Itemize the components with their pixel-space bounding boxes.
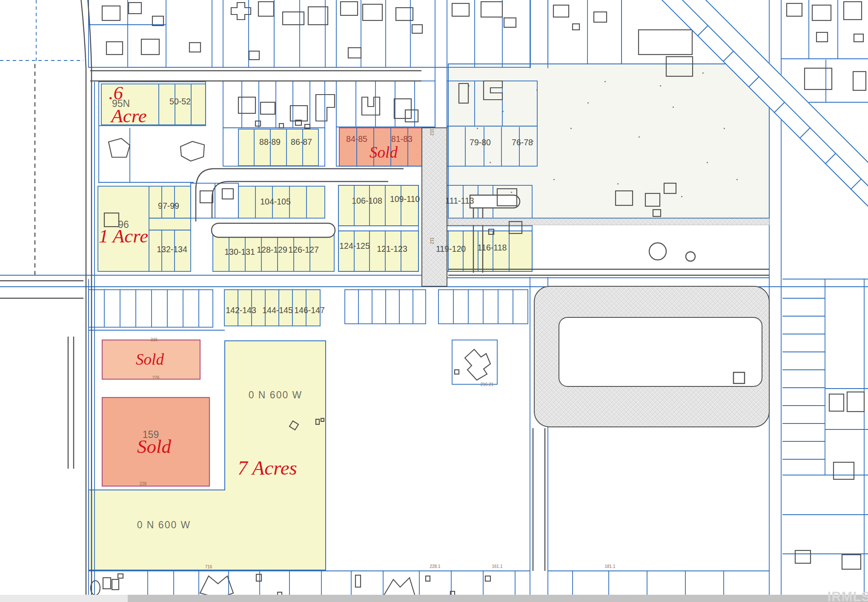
watermark: IRMLS xyxy=(828,589,868,602)
parcel-point6-acre-block[interactable] xyxy=(101,84,206,125)
lot-label-116-118: 116-118 xyxy=(478,243,507,252)
parcel-layer xyxy=(0,0,868,602)
lot-label-124-125: 124-125 xyxy=(339,241,370,250)
lot-label-146-147: 146-147 xyxy=(294,305,325,314)
lot-label-144-145: 144-145 xyxy=(262,305,293,314)
parcel-lots-124-121-strip[interactable] xyxy=(338,231,418,271)
lot-linework xyxy=(0,0,868,602)
parcel-lots-119-116-strip[interactable] xyxy=(433,231,532,271)
parcel-lots-79-76-strip[interactable] xyxy=(447,127,537,166)
street-label-0n600w-lower: 0 N 600 W xyxy=(137,520,191,530)
parcel-number-96: 96 xyxy=(118,220,129,230)
base-map-linework xyxy=(0,0,868,602)
dim-label-181-1: 181.1 xyxy=(604,565,615,569)
dim-label-226: 226 xyxy=(152,376,160,380)
acreage-label-1acre: 1 Acre xyxy=(99,225,148,247)
dim-label-216-21: 216.21 xyxy=(481,383,494,387)
acreage-label-point6: .6 xyxy=(109,82,123,104)
dim-label-716: 716 xyxy=(205,565,212,569)
parcel-number-95n: 95N xyxy=(112,99,130,109)
lot-label-126-127: 126-127 xyxy=(288,245,319,254)
parcel-seven-acre-parcel[interactable] xyxy=(89,341,326,570)
open-field xyxy=(448,64,769,218)
dim-label-112-b: 112 xyxy=(430,237,434,244)
lot-label-128-129: 128-129 xyxy=(257,245,287,254)
parcel-one-acre-block[interactable] xyxy=(98,186,191,271)
lot-label-130-131: 130-131 xyxy=(224,247,255,256)
parcel-sold-strip-84-81[interactable] xyxy=(339,128,427,166)
lot-label-86-87: 86-87 xyxy=(291,137,312,146)
sold-label-strip: Sold xyxy=(370,143,398,161)
lot-label-121-123: 121-123 xyxy=(377,244,407,253)
street-label-0n600w-upper: 0 N 600 W xyxy=(249,390,303,400)
parcel-lots-111-113-strip[interactable] xyxy=(433,185,493,226)
parcel-sold-parcel-159[interactable] xyxy=(102,397,209,486)
sold-label-159: Sold xyxy=(137,435,171,458)
lot-label-97-99: 97-99 xyxy=(158,201,179,210)
dim-label-161-1: 161.1 xyxy=(492,565,502,569)
lot-label-76-78: 76-78 xyxy=(512,138,533,147)
acreage-label-acre: Acre xyxy=(111,105,146,127)
lot-label-132-134: 132-134 xyxy=(157,245,187,253)
scrollbar-thumb[interactable]: IRMLS xyxy=(128,595,868,602)
diagonal-road xyxy=(658,0,868,210)
hatched-areas xyxy=(422,128,769,427)
lot-label-111-113: 111-113 xyxy=(445,196,474,205)
lot-label-81-83: 81-83 xyxy=(391,134,413,143)
lot-label-142-143: 142-143 xyxy=(226,305,256,314)
parcel-sold-parcel-upper[interactable] xyxy=(102,340,200,379)
parcel-lots-142-147-strip[interactable] xyxy=(224,290,320,326)
parcel-lots-106-110-strip[interactable] xyxy=(338,185,418,226)
horizontal-scrollbar[interactable]: IRMLS xyxy=(0,595,868,602)
plat-map-viewport[interactable]: .6Acre95N50-5288-8986-8784-8581-83Sold79… xyxy=(0,0,868,602)
dim-label-336: 336 xyxy=(151,338,158,342)
lot-label-88-89: 88-89 xyxy=(259,137,281,146)
lot-label-84-85: 84-85 xyxy=(346,134,367,143)
lot-label-79-80: 79-80 xyxy=(470,138,491,147)
parcel-number-159: 159 xyxy=(143,430,159,440)
lot-label-109-110: 109-110 xyxy=(390,194,420,203)
lot-label-106-108: 106-108 xyxy=(352,196,382,205)
sold-label-upper: Sold xyxy=(136,350,164,369)
parcel-lots-130-126-strip[interactable] xyxy=(213,230,334,271)
dim-label-228: 228 xyxy=(140,482,147,486)
lot-label-119-120: 119-120 xyxy=(436,244,466,253)
label-layer: .6Acre95N50-5288-8986-8784-8581-83Sold79… xyxy=(0,0,868,602)
building-footprints xyxy=(91,2,866,598)
road-linework xyxy=(0,0,769,602)
parcel-lots-104-105-strip[interactable] xyxy=(238,186,325,218)
dim-label-112-a: 112 xyxy=(430,129,434,135)
lot-label-104-105: 104-105 xyxy=(260,197,291,206)
lot-label-50-52: 50-52 xyxy=(169,97,191,106)
parcel-lots-88-86-strip[interactable] xyxy=(238,129,318,166)
acreage-label-7acres: 7 Acres xyxy=(238,456,297,479)
dim-label-228-1: 228.1 xyxy=(430,565,440,569)
